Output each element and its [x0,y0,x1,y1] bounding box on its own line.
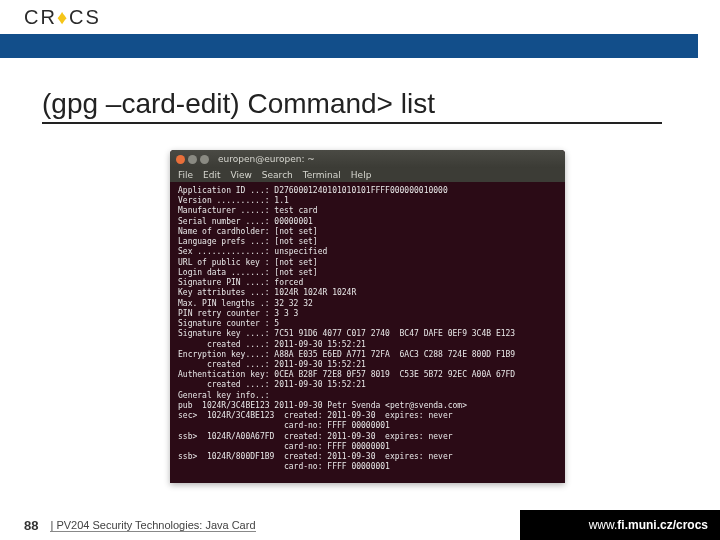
logo-text-right: CS [69,6,101,28]
terminal-title-text: europen@europen: ~ [218,154,315,164]
logo-text-left: CR [24,6,57,28]
logo: CR♦CS [24,6,101,29]
footer-course-text: | PV204 Security Technologies: Java Card [50,519,255,532]
terminal-window: europen@europen: ~ File Edit View Search… [170,150,565,483]
terminal-titlebar: europen@europen: ~ [170,150,565,168]
logo-accent: ♦ [57,6,69,28]
menu-file[interactable]: File [178,170,193,180]
footer-url: www.fi.muni.cz/crocs [520,510,720,540]
menu-terminal[interactable]: Terminal [303,170,341,180]
slide-header: CR♦CS [0,0,720,58]
page-number: 88 [24,518,38,533]
terminal-output: Application ID ...: D2760001240101010101… [170,182,565,483]
close-icon[interactable] [176,155,185,164]
terminal-menubar: File Edit View Search Terminal Help [170,168,565,182]
menu-help[interactable]: Help [351,170,372,180]
footer-left: 88 | PV204 Security Technologies: Java C… [0,510,520,540]
maximize-icon[interactable] [200,155,209,164]
footer-url-prefix: www. [589,518,618,532]
slide-footer: 88 | PV204 Security Technologies: Java C… [0,510,720,540]
menu-search[interactable]: Search [262,170,293,180]
header-blue-band [0,34,698,58]
menu-view[interactable]: View [231,170,252,180]
menu-edit[interactable]: Edit [203,170,220,180]
slide-title: (gpg –card-edit) Command> list [42,88,662,124]
minimize-icon[interactable] [188,155,197,164]
footer-url-bold: fi.muni.cz/crocs [617,518,708,532]
